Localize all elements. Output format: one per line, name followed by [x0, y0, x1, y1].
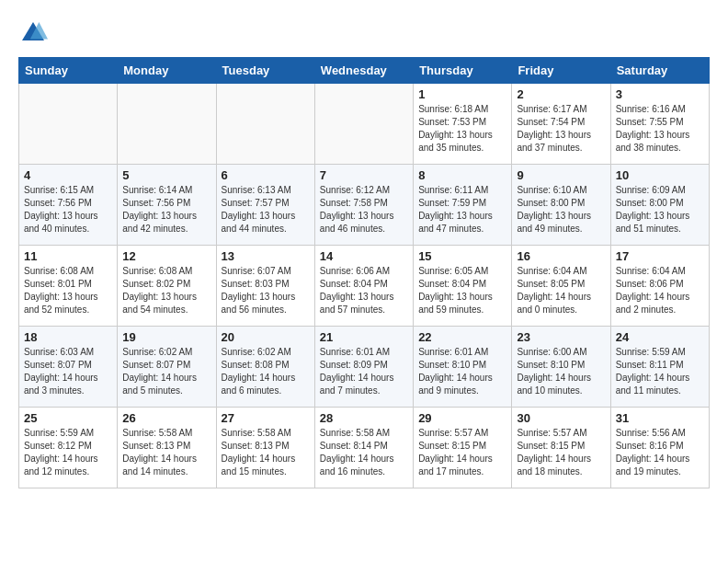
day-header-wednesday: Wednesday — [314, 58, 413, 84]
calendar-cell: 14Sunrise: 6:06 AM Sunset: 8:04 PM Dayli… — [314, 246, 413, 327]
day-content: Sunrise: 6:02 AM Sunset: 8:08 PM Dayligh… — [222, 346, 310, 397]
day-number: 10 — [616, 168, 704, 182]
day-header-sunday: Sunday — [19, 58, 118, 84]
calendar-week-1: 1Sunrise: 6:18 AM Sunset: 7:53 PM Daylig… — [19, 84, 710, 165]
day-number: 31 — [616, 411, 704, 425]
day-header-friday: Friday — [512, 58, 610, 84]
calendar-week-5: 25Sunrise: 5:59 AM Sunset: 8:12 PM Dayli… — [19, 408, 710, 488]
day-number: 7 — [320, 168, 408, 182]
calendar-cell: 9Sunrise: 6:10 AM Sunset: 8:00 PM Daylig… — [512, 165, 610, 246]
calendar-cell: 3Sunrise: 6:16 AM Sunset: 7:55 PM Daylig… — [610, 84, 709, 165]
day-content: Sunrise: 5:59 AM Sunset: 8:12 PM Dayligh… — [24, 427, 112, 478]
day-number: 21 — [320, 330, 408, 344]
calendar-cell — [314, 84, 413, 165]
calendar-cell: 23Sunrise: 6:00 AM Sunset: 8:10 PM Dayli… — [512, 327, 610, 408]
day-number: 24 — [616, 330, 704, 344]
day-number: 22 — [418, 330, 506, 344]
day-number: 9 — [517, 168, 605, 182]
day-number: 23 — [517, 330, 605, 344]
calendar-cell: 20Sunrise: 6:02 AM Sunset: 8:08 PM Dayli… — [216, 327, 314, 408]
day-content: Sunrise: 5:57 AM Sunset: 8:15 PM Dayligh… — [517, 427, 605, 478]
day-content: Sunrise: 5:58 AM Sunset: 8:14 PM Dayligh… — [320, 427, 408, 478]
day-content: Sunrise: 6:17 AM Sunset: 7:54 PM Dayligh… — [517, 103, 605, 155]
calendar-cell — [19, 84, 118, 165]
calendar-cell — [216, 84, 314, 165]
calendar-cell: 13Sunrise: 6:07 AM Sunset: 8:03 PM Dayli… — [216, 246, 314, 327]
day-number: 30 — [517, 411, 605, 425]
day-number: 15 — [418, 249, 506, 263]
day-content: Sunrise: 6:08 AM Sunset: 8:02 PM Dayligh… — [122, 265, 210, 316]
calendar-cell: 10Sunrise: 6:09 AM Sunset: 8:00 PM Dayli… — [610, 165, 709, 246]
day-header-thursday: Thursday — [414, 58, 512, 84]
day-number: 12 — [122, 249, 210, 263]
calendar-cell: 19Sunrise: 6:02 AM Sunset: 8:07 PM Dayli… — [118, 327, 216, 408]
day-content: Sunrise: 5:59 AM Sunset: 8:11 PM Dayligh… — [616, 346, 704, 397]
calendar-cell: 22Sunrise: 6:01 AM Sunset: 8:10 PM Dayli… — [414, 327, 512, 408]
day-content: Sunrise: 6:02 AM Sunset: 8:07 PM Dayligh… — [122, 346, 210, 397]
day-content: Sunrise: 5:56 AM Sunset: 8:16 PM Dayligh… — [616, 427, 704, 478]
calendar-cell: 2Sunrise: 6:17 AM Sunset: 7:54 PM Daylig… — [512, 84, 610, 165]
calendar-cell: 30Sunrise: 5:57 AM Sunset: 8:15 PM Dayli… — [512, 408, 610, 488]
day-content: Sunrise: 6:18 AM Sunset: 7:53 PM Dayligh… — [418, 103, 506, 155]
calendar-cell: 8Sunrise: 6:11 AM Sunset: 7:59 PM Daylig… — [414, 165, 512, 246]
day-number: 27 — [222, 411, 310, 425]
day-number: 13 — [222, 249, 310, 263]
logo-icon — [18, 18, 48, 48]
calendar-cell: 25Sunrise: 5:59 AM Sunset: 8:12 PM Dayli… — [19, 408, 118, 488]
calendar-cell: 1Sunrise: 6:18 AM Sunset: 7:53 PM Daylig… — [414, 84, 512, 165]
day-content: Sunrise: 5:57 AM Sunset: 8:15 PM Dayligh… — [418, 427, 506, 478]
day-content: Sunrise: 6:08 AM Sunset: 8:01 PM Dayligh… — [24, 265, 112, 316]
calendar-cell: 31Sunrise: 5:56 AM Sunset: 8:16 PM Dayli… — [610, 408, 709, 488]
calendar-cell: 12Sunrise: 6:08 AM Sunset: 8:02 PM Dayli… — [118, 246, 216, 327]
day-number: 5 — [122, 168, 210, 182]
day-number: 28 — [320, 411, 408, 425]
day-content: Sunrise: 6:01 AM Sunset: 8:10 PM Dayligh… — [418, 346, 506, 397]
calendar-cell — [118, 84, 216, 165]
day-content: Sunrise: 6:05 AM Sunset: 8:04 PM Dayligh… — [418, 265, 506, 316]
day-number: 1 — [418, 87, 506, 101]
day-content: Sunrise: 6:04 AM Sunset: 8:05 PM Dayligh… — [517, 265, 605, 316]
day-content: Sunrise: 6:01 AM Sunset: 8:09 PM Dayligh… — [320, 346, 408, 397]
calendar-cell: 11Sunrise: 6:08 AM Sunset: 8:01 PM Dayli… — [19, 246, 118, 327]
day-number: 18 — [24, 330, 112, 344]
calendar-week-2: 4Sunrise: 6:15 AM Sunset: 7:56 PM Daylig… — [19, 165, 710, 246]
day-number: 20 — [222, 330, 310, 344]
day-number: 3 — [616, 87, 704, 101]
calendar-cell: 16Sunrise: 6:04 AM Sunset: 8:05 PM Dayli… — [512, 246, 610, 327]
day-number: 16 — [517, 249, 605, 263]
day-content: Sunrise: 6:03 AM Sunset: 8:07 PM Dayligh… — [24, 346, 112, 397]
calendar-cell: 4Sunrise: 6:15 AM Sunset: 7:56 PM Daylig… — [19, 165, 118, 246]
day-content: Sunrise: 5:58 AM Sunset: 8:13 PM Dayligh… — [222, 427, 310, 478]
day-header-monday: Monday — [118, 58, 216, 84]
day-content: Sunrise: 6:04 AM Sunset: 8:06 PM Dayligh… — [616, 265, 704, 316]
calendar-week-3: 11Sunrise: 6:08 AM Sunset: 8:01 PM Dayli… — [19, 246, 710, 327]
day-number: 11 — [24, 249, 112, 263]
calendar-cell: 17Sunrise: 6:04 AM Sunset: 8:06 PM Dayli… — [610, 246, 709, 327]
day-content: Sunrise: 6:13 AM Sunset: 7:57 PM Dayligh… — [222, 184, 310, 236]
day-content: Sunrise: 6:12 AM Sunset: 7:58 PM Dayligh… — [320, 184, 408, 236]
calendar-cell: 6Sunrise: 6:13 AM Sunset: 7:57 PM Daylig… — [216, 165, 314, 246]
day-number: 8 — [418, 168, 506, 182]
day-content: Sunrise: 6:00 AM Sunset: 8:10 PM Dayligh… — [517, 346, 605, 397]
day-number: 6 — [222, 168, 310, 182]
day-number: 26 — [122, 411, 210, 425]
day-content: Sunrise: 6:14 AM Sunset: 7:56 PM Dayligh… — [122, 184, 210, 236]
day-content: Sunrise: 6:09 AM Sunset: 8:00 PM Dayligh… — [616, 184, 704, 236]
calendar-cell: 24Sunrise: 5:59 AM Sunset: 8:11 PM Dayli… — [610, 327, 709, 408]
day-number: 4 — [24, 168, 112, 182]
calendar-cell: 7Sunrise: 6:12 AM Sunset: 7:58 PM Daylig… — [314, 165, 413, 246]
day-content: Sunrise: 6:16 AM Sunset: 7:55 PM Dayligh… — [616, 103, 704, 155]
day-content: Sunrise: 6:11 AM Sunset: 7:59 PM Dayligh… — [418, 184, 506, 236]
calendar-week-4: 18Sunrise: 6:03 AM Sunset: 8:07 PM Dayli… — [19, 327, 710, 408]
day-number: 19 — [122, 330, 210, 344]
day-number: 14 — [320, 249, 408, 263]
day-number: 25 — [24, 411, 112, 425]
day-number: 17 — [616, 249, 704, 263]
logo — [18, 18, 51, 48]
day-content: Sunrise: 6:06 AM Sunset: 8:04 PM Dayligh… — [320, 265, 408, 316]
day-number: 2 — [517, 87, 605, 101]
calendar-cell: 26Sunrise: 5:58 AM Sunset: 8:13 PM Dayli… — [118, 408, 216, 488]
day-content: Sunrise: 6:10 AM Sunset: 8:00 PM Dayligh… — [517, 184, 605, 236]
calendar-cell: 28Sunrise: 5:58 AM Sunset: 8:14 PM Dayli… — [314, 408, 413, 488]
calendar-cell: 5Sunrise: 6:14 AM Sunset: 7:56 PM Daylig… — [118, 165, 216, 246]
